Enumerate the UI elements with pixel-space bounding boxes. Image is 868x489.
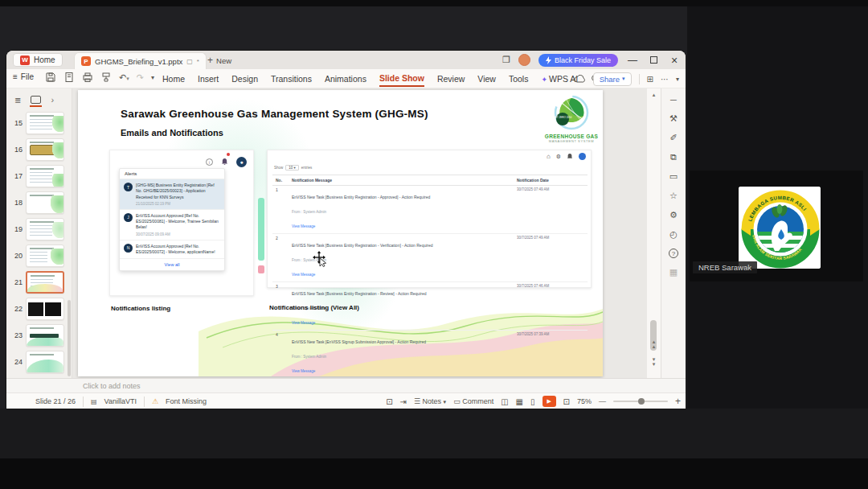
- notes-bar[interactable]: Click to add notes: [6, 378, 686, 392]
- close-button[interactable]: ×: [668, 54, 681, 67]
- nreb-logo-icon: LEMBAGA SUMBER ASLI DAN ALAM SEKITAR SAR…: [739, 187, 821, 269]
- minimize-button[interactable]: —: [626, 55, 639, 66]
- comment-pane-icon[interactable]: ▭: [669, 171, 678, 182]
- slide-sorter-icon[interactable]: ▦: [516, 397, 523, 406]
- slide-canvas[interactable]: Sarawak Greenhouse Gas Management System…: [78, 90, 603, 376]
- ribbon-tabs: Home Insert Design Transitions Animation…: [162, 69, 600, 88]
- slideshow-play-button[interactable]: ▶: [542, 396, 556, 407]
- shapes-icon[interactable]: ⧉: [670, 152, 677, 162]
- promo-button[interactable]: Black Friday Sale: [538, 54, 618, 67]
- tab-layout-icon[interactable]: ⊞: [647, 75, 653, 84]
- alerts-screenshot: i ● Alerts T [GHG-MS] Business Entity Re…: [109, 150, 254, 296]
- cloud-sync-icon[interactable]: [574, 75, 586, 84]
- document-tab[interactable]: P GHGMS_Briefing_v1.pptx ▢ *: [74, 52, 207, 69]
- tools-icon[interactable]: ⚒: [669, 113, 678, 124]
- slide-thumbnail-17[interactable]: [26, 165, 64, 187]
- slide-thumbnail-23[interactable]: [26, 324, 64, 347]
- slide-thumbnail-panel: ≣ › 15 16 17 18 19: [6, 88, 72, 378]
- cell-from: From : System Admin: [292, 210, 326, 214]
- file-menu[interactable]: ≡ File: [13, 72, 34, 81]
- scroll-up-icon[interactable]: ▴: [647, 92, 661, 97]
- entries-label: entries: [301, 166, 313, 170]
- profile-avatar-icon: ●: [236, 157, 247, 167]
- zoom-slider[interactable]: [613, 401, 668, 402]
- slide-thumbnail-20[interactable]: [26, 244, 64, 267]
- slide-thumbnail-18[interactable]: [26, 191, 64, 214]
- participant-name-label: NREB Sarawak: [693, 261, 757, 273]
- thumbnail-panel-header: ≣ ›: [14, 92, 66, 108]
- slide-number: 21: [6, 278, 26, 286]
- thumbnail-scrollbar[interactable]: [68, 300, 71, 376]
- help-icon[interactable]: ?: [669, 249, 678, 258]
- favorites-icon[interactable]: ☆: [669, 191, 678, 201]
- tab-tools[interactable]: Tools: [509, 72, 529, 86]
- background-band-bottom: [0, 409, 868, 458]
- slide-thumbnail-21-selected[interactable]: [26, 271, 64, 294]
- reading-view-icon[interactable]: ▯: [530, 397, 535, 406]
- handout-icon[interactable]: ⇥: [400, 397, 407, 406]
- fit-slide-icon[interactable]: ⊡: [563, 397, 570, 406]
- zoom-percent[interactable]: 75%: [577, 397, 592, 405]
- redo-button[interactable]: ↷: [137, 72, 144, 83]
- slide-number: 22: [6, 305, 26, 313]
- slides-view-icon[interactable]: [31, 96, 41, 104]
- tab-home[interactable]: Home: [162, 72, 185, 86]
- participant-tile[interactable]: LEMBAGA SUMBER ASLI DAN ALAM SEKITAR SAR…: [690, 171, 863, 281]
- edit-icon[interactable]: ✐: [669, 133, 677, 143]
- qat-chevron-icon[interactable]: ▾: [151, 74, 154, 81]
- printer-icon[interactable]: [82, 72, 93, 83]
- next-slide-button[interactable]: ▾▾: [647, 357, 661, 367]
- collapse-pane-icon[interactable]: ─: [670, 95, 677, 105]
- normal-view-icon[interactable]: ◫: [501, 397, 508, 406]
- apps-grid-icon[interactable]: ▦: [669, 267, 678, 277]
- format-painter-icon[interactable]: [100, 72, 112, 83]
- notes-toggle-button[interactable]: ☰ Notes ▾: [414, 397, 446, 405]
- editor-scrollbar[interactable]: ▴ ▴▴ ▾▾: [647, 88, 661, 378]
- tab-transitions[interactable]: Transitions: [271, 72, 312, 86]
- zoom-slider-knob[interactable]: [638, 398, 645, 405]
- logo-line-2: MANAGEMENT SYSTEM: [542, 139, 600, 143]
- save-icon[interactable]: [45, 72, 56, 83]
- tab-slide-show[interactable]: Slide Show: [379, 72, 424, 87]
- print-preview-icon[interactable]: [63, 72, 75, 83]
- tab-wps-ai[interactable]: ✦WPS AI: [541, 72, 578, 86]
- tab-design[interactable]: Design: [231, 72, 258, 86]
- comment-button[interactable]: ▭ Comment: [453, 397, 493, 405]
- font-missing-warning[interactable]: Font Missing: [166, 397, 207, 405]
- slide-thumbnail-16[interactable]: [26, 138, 64, 161]
- tab-animations[interactable]: Animations: [325, 72, 366, 86]
- slide-thumbnail-24[interactable]: [26, 351, 64, 373]
- previous-slide-button[interactable]: ▴▴: [647, 339, 661, 349]
- share-button[interactable]: Share ▾: [593, 72, 632, 86]
- slide-thumbnail-15[interactable]: [26, 112, 64, 134]
- logo-line-1: GREENHOUSE GAS: [542, 134, 600, 139]
- zoom-out-button[interactable]: —: [599, 397, 606, 405]
- slide-thumbnail-22[interactable]: [26, 298, 64, 320]
- more-options-icon[interactable]: ⋯: [661, 75, 669, 84]
- zoom-in-button[interactable]: +: [675, 396, 681, 407]
- account-avatar[interactable]: [518, 54, 530, 66]
- thumbnail-row: 17: [6, 162, 72, 189]
- screen: W Home P GHGMS_Briefing_v1.pptx ▢ * + Ne…: [0, 0, 868, 489]
- new-tab-button[interactable]: + New: [207, 54, 231, 67]
- theme-name[interactable]: VanillaVTI: [104, 397, 137, 405]
- undo-button[interactable]: ↶▾: [119, 72, 129, 83]
- history-icon[interactable]: ◴: [669, 229, 678, 240]
- home-tab[interactable]: W Home: [13, 53, 63, 67]
- slide-thumbnail-19[interactable]: [26, 218, 64, 240]
- window-split-icon[interactable]: ❐: [502, 55, 510, 65]
- tab-view[interactable]: View: [477, 72, 496, 86]
- expand-panel-icon[interactable]: ›: [51, 95, 54, 105]
- settings-icon[interactable]: ⚙: [669, 210, 678, 220]
- restore-button[interactable]: [647, 55, 660, 66]
- bell-icon: [567, 153, 573, 160]
- restore-icon: [650, 56, 657, 64]
- tab-review[interactable]: Review: [437, 72, 465, 86]
- outline-view-icon[interactable]: ≣: [14, 96, 21, 105]
- cell-date: 30/7/2025 07:39 AM: [517, 332, 588, 376]
- collapse-ribbon-icon[interactable]: ▾: [676, 76, 679, 83]
- notes-placeholder[interactable]: Click to add notes: [83, 382, 141, 390]
- tab-insert[interactable]: Insert: [198, 72, 219, 86]
- tab-monitor-icon: ▢: [186, 58, 193, 65]
- task-pane-icon[interactable]: ⊡: [386, 397, 392, 406]
